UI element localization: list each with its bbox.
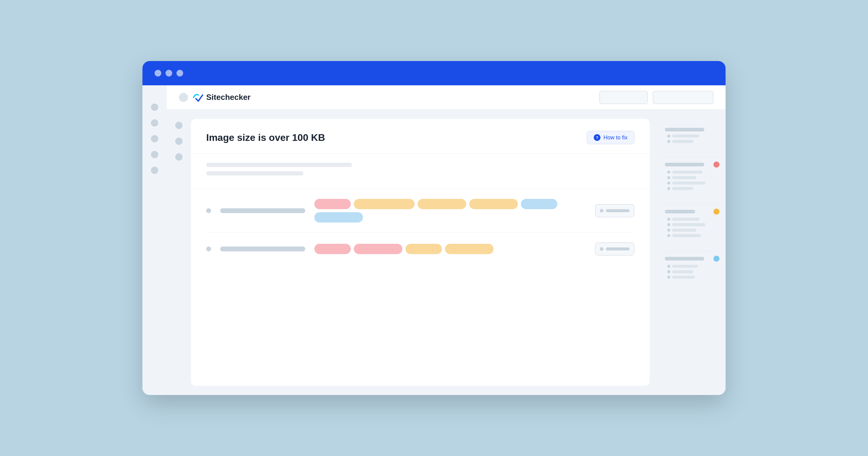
- panel-nav-dot-2[interactable]: [175, 137, 183, 145]
- sidebar-sub-dot-3c: [667, 229, 670, 232]
- desc-line-2: [206, 171, 303, 175]
- how-to-fix-button[interactable]: ? How to fix: [587, 131, 634, 144]
- sidebar-row-1: [665, 128, 719, 131]
- tag-orange-4: [405, 244, 442, 254]
- sidebar-sub-dot-4a: [667, 265, 670, 268]
- sidebar-sub-line-2c: [672, 182, 706, 185]
- row-action-1[interactable]: [595, 204, 634, 217]
- sidebar-sub-line-2b: [672, 176, 696, 179]
- main-panel: Image size is over 100 KB ? How to fix: [167, 109, 725, 395]
- row-tags-2: [314, 244, 586, 254]
- issue-header: Image size is over 100 KB ? How to fix: [191, 119, 650, 154]
- tag-orange-1: [354, 199, 414, 209]
- tag-pink-3: [354, 244, 402, 254]
- left-sidebar: [143, 85, 167, 395]
- sidebar-sub-dot-2b: [667, 176, 670, 179]
- row-tags-1: [314, 199, 586, 223]
- browser-body: Sitechecker: [143, 85, 725, 395]
- logo-circle: [179, 93, 188, 102]
- traffic-light-maximize[interactable]: [177, 70, 183, 76]
- sidebar-sub-line-3d: [672, 234, 701, 237]
- sidebar-row-3: [665, 208, 719, 215]
- sidebar-sub-line-3b: [672, 223, 706, 226]
- sidebar-sub-line-4b: [672, 270, 693, 273]
- sidebar-sub-dot-1b: [667, 140, 670, 143]
- tag-pink-2: [314, 244, 351, 254]
- nav-dot-1[interactable]: [151, 103, 158, 111]
- action-line-2: [606, 248, 629, 251]
- sidebar-sub-row-2b: [665, 176, 719, 179]
- action-dot-2: [600, 247, 603, 251]
- header-bar: Sitechecker: [167, 85, 725, 109]
- logo-text: Sitechecker: [206, 93, 251, 102]
- logo-check: Sitechecker: [192, 93, 251, 102]
- sidebar-sub-line-3a: [672, 218, 700, 221]
- desc-line-1: [206, 163, 352, 167]
- header-button-secondary[interactable]: [653, 91, 713, 104]
- content-area: Sitechecker: [167, 85, 725, 395]
- how-to-fix-icon: ?: [594, 134, 600, 141]
- sidebar-main-line-3: [665, 210, 695, 214]
- sidebar-sub-row-3a: [665, 218, 719, 221]
- sidebar-row-2: [665, 162, 719, 168]
- traffic-light-close[interactable]: [155, 70, 161, 76]
- sidebar-sub-row-2c: [665, 182, 719, 185]
- sidebar-sub-row-2d: [665, 187, 719, 190]
- issue-title: Image size is over 100 KB: [206, 132, 325, 143]
- row-url-1: [220, 208, 305, 213]
- nav-dot-2[interactable]: [151, 119, 158, 127]
- sidebar-sub-dot-1a: [667, 134, 670, 137]
- action-dot-1: [600, 209, 603, 213]
- panel-nav-dot-1[interactable]: [175, 122, 183, 129]
- sidebar-sub-line-2a: [672, 171, 703, 174]
- nav-dot-4[interactable]: [151, 151, 158, 158]
- sidebar-sub-row-2a: [665, 171, 719, 174]
- sidebar-main-line-2: [665, 163, 704, 166]
- sidebar-sub-line-2d: [672, 187, 693, 190]
- sidebar-group-3: [665, 208, 719, 239]
- sidebar-divider-2: [665, 204, 719, 204]
- tag-pink-1: [314, 199, 351, 209]
- sitechecker-logo-icon: [192, 93, 203, 102]
- sidebar-row-4: [665, 256, 719, 262]
- nav-dot-5[interactable]: [151, 167, 158, 174]
- sidebar-sub-line-4a: [672, 265, 698, 268]
- tag-orange-5: [445, 244, 494, 254]
- sidebar-sub-dot-2a: [667, 171, 670, 174]
- content-card: Image size is over 100 KB ? How to fix: [191, 119, 650, 386]
- browser-titlebar: [143, 61, 725, 85]
- sidebar-sub-dot-2c: [667, 182, 670, 185]
- sidebar-sub-dot-4c: [667, 276, 670, 279]
- sidebar-sub-line-3c: [672, 229, 696, 232]
- sidebar-main-line-1: [665, 128, 704, 131]
- tag-orange-2: [417, 199, 466, 209]
- sidebar-sub-line-1b: [672, 140, 693, 143]
- sidebar-sub-row-1b: [665, 140, 719, 143]
- sidebar-sub-dot-3d: [667, 234, 670, 237]
- nav-dot-3[interactable]: [151, 135, 158, 142]
- sidebar-sub-row-3b: [665, 223, 719, 226]
- sidebar-sub-row-4c: [665, 276, 719, 279]
- row-url-2: [220, 247, 305, 251]
- tag-orange-3: [469, 199, 518, 209]
- sidebar-group-4: [665, 256, 719, 281]
- sidebar-sub-line-1a: [672, 134, 700, 137]
- row-indicator-2: [206, 247, 211, 251]
- browser-window: Sitechecker: [143, 61, 725, 395]
- sidebar-status-dot-blue: [713, 256, 719, 262]
- panel-nav-dot-3[interactable]: [175, 153, 183, 161]
- sidebar-sub-dot-3a: [667, 218, 670, 221]
- sidebar-sub-dot-3b: [667, 223, 670, 226]
- sidebar-status-dot-red: [713, 162, 719, 168]
- sidebar-sub-row-3c: [665, 229, 719, 232]
- header-button-primary[interactable]: [599, 91, 648, 104]
- right-sidebar: [659, 119, 725, 386]
- sidebar-sub-row-4b: [665, 270, 719, 273]
- tag-blue-1: [521, 199, 557, 209]
- row-indicator-1: [206, 208, 211, 213]
- row-action-2[interactable]: [595, 242, 634, 256]
- sidebar-status-dot-orange: [713, 208, 719, 215]
- table-row-2: [206, 233, 634, 265]
- traffic-light-minimize[interactable]: [165, 70, 172, 76]
- sidebar-group-2: [665, 162, 719, 193]
